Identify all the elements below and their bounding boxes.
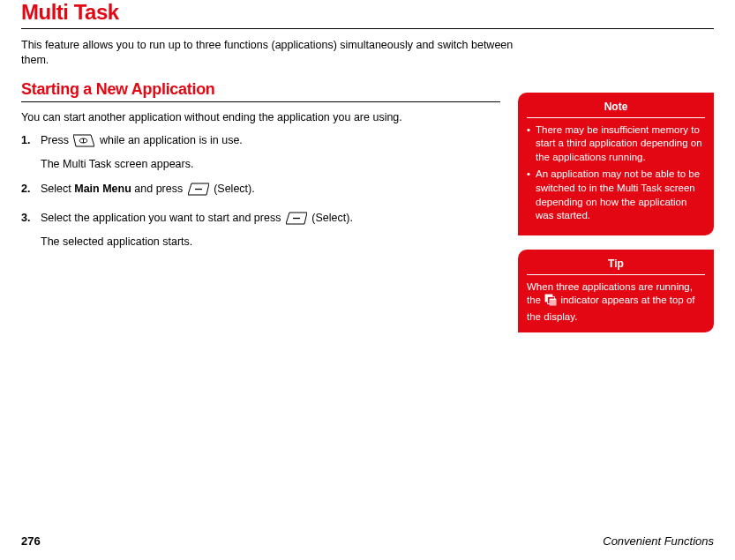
section-divider xyxy=(21,101,500,102)
note-item: An application may not be able to be swi… xyxy=(527,168,705,222)
side-column: Note There may be insufficient memory to… xyxy=(518,80,714,347)
note-list: There may be insufficient memory to star… xyxy=(527,123,705,223)
step-text: (Select). xyxy=(311,212,353,224)
page-number: 276 xyxy=(21,534,41,548)
step-text: while an application is in use. xyxy=(100,134,243,146)
step-text: (Select). xyxy=(214,183,255,195)
step-text: and press xyxy=(134,183,185,195)
select-key-icon xyxy=(286,212,307,230)
select-key-icon xyxy=(188,183,209,201)
step-1: Press while an application is in use. Th… xyxy=(21,132,500,173)
title-divider xyxy=(21,28,714,29)
page-footer: 276 Convenient Functions xyxy=(21,534,714,548)
main-column: Starting a New Application You can start… xyxy=(21,80,500,347)
tip-title: Tip xyxy=(527,257,705,275)
step-bold: Main Menu xyxy=(74,183,131,195)
step-text: Select the application you want to start… xyxy=(41,212,284,224)
step-sub: The selected application starts. xyxy=(41,234,500,250)
step-text: Press xyxy=(41,134,71,146)
note-callout: Note There may be insufficient memory to… xyxy=(518,93,714,235)
step-text: Select xyxy=(41,183,74,195)
note-title: Note xyxy=(527,100,705,118)
tip-body: When three applications are running, the… xyxy=(527,280,705,325)
cancel-key-icon xyxy=(73,134,94,153)
multitask-indicator-icon xyxy=(544,294,557,310)
steps-list: Press while an application is in use. Th… xyxy=(21,132,500,250)
step-sub: The Multi Task screen appears. xyxy=(41,156,500,173)
footer-section: Convenient Functions xyxy=(603,534,714,548)
section-lead: You can start another application withou… xyxy=(21,111,500,123)
step-3: Select the application you want to start… xyxy=(21,210,500,250)
tip-callout: Tip When three applications are running,… xyxy=(518,250,714,333)
page-title: Multi Task xyxy=(21,0,714,25)
note-item: There may be insufficient memory to star… xyxy=(527,123,705,165)
section-heading: Starting a New Application xyxy=(21,80,500,99)
step-2: Select Main Menu and press (Select). xyxy=(21,181,500,201)
intro-text: This feature allows you to run up to thr… xyxy=(21,38,515,68)
